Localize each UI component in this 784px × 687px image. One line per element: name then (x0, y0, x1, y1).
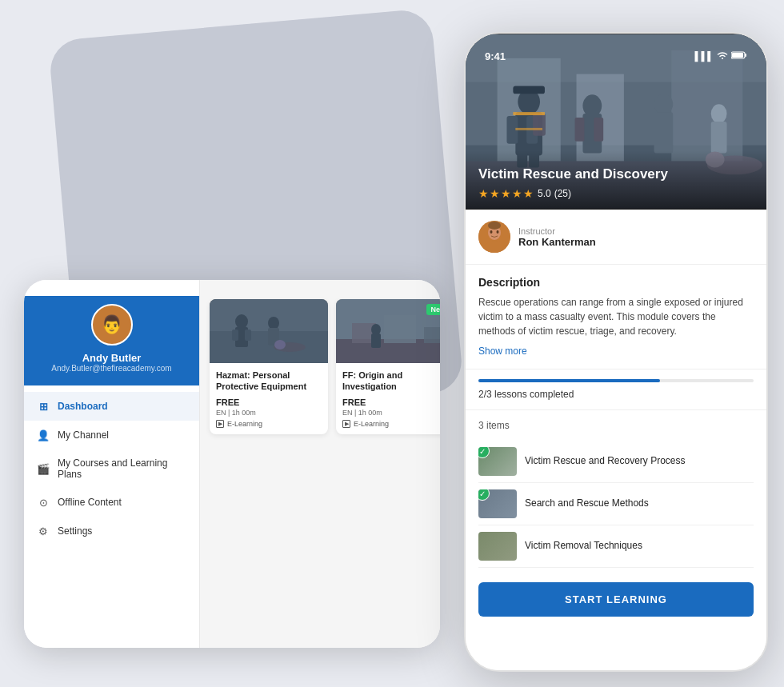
svg-rect-42 (513, 112, 545, 115)
card-type-label-ff: E-Learning (354, 420, 389, 428)
sidebar-item-settings[interactable]: ⚙ Settings (24, 517, 199, 545)
svg-rect-13 (384, 315, 416, 343)
description-heading: Description (478, 276, 754, 289)
wifi-icon (717, 50, 728, 62)
lesson-thumb-3 (478, 532, 517, 561)
svg-point-6 (268, 317, 279, 330)
card-price-ff: FREE (342, 397, 440, 407)
settings-icon: ⚙ (37, 525, 50, 537)
lesson-thumb-1: ✓ (478, 447, 517, 476)
dashboard-icon: ⊞ (37, 400, 50, 413)
new-badge: New (426, 304, 440, 315)
phone-time: 9:41 (485, 50, 506, 62)
svg-rect-45 (745, 54, 746, 57)
status-icons: ▌▌▌ (695, 50, 747, 62)
svg-point-50 (490, 230, 493, 234)
elearning-icon-2: ▶ (342, 420, 350, 428)
lesson-item-1[interactable]: ✓ Victim Rescue and Recovery Process (478, 441, 754, 483)
lesson-thumb-2: ✓ (478, 489, 517, 518)
offline-label: Offline Content (58, 497, 122, 508)
user-avatar: 👨 (91, 304, 133, 345)
svg-point-51 (497, 230, 499, 234)
progress-bar-fill (478, 379, 660, 382)
lesson-title-2: Search and Rescue Methods (525, 497, 754, 510)
card-image-ff: New (336, 299, 440, 363)
instructor-label: Instructor (518, 226, 596, 236)
user-email: Andy.Butler@thefireacademy.com (51, 364, 171, 373)
settings-label: Settings (58, 525, 92, 537)
svg-rect-35 (594, 118, 603, 142)
lesson-title-1: Victim Rescue and Recovery Process (525, 455, 754, 468)
svg-rect-39 (711, 122, 727, 154)
card-image-hazmat (210, 299, 328, 363)
hazmat-scene-svg (210, 299, 328, 363)
instructor-avatar (478, 221, 510, 253)
courses-icon: 🎬 (37, 462, 50, 475)
sidebar-item-dashboard[interactable]: ⊞ Dashboard (24, 392, 199, 421)
svg-point-52 (488, 222, 501, 230)
star-icons: ★★★★★ (478, 187, 534, 200)
rating-count: (25) (554, 188, 571, 199)
progress-section: 2/3 lessons completed (466, 369, 766, 410)
sidebar-user-section: 👨 Andy Butler Andy.Butler@thefireacademy… (24, 296, 199, 385)
signal-icon: ▌▌▌ (695, 51, 714, 61)
svg-point-15 (371, 324, 381, 335)
svg-point-2 (235, 314, 248, 329)
my-channel-label: My Channel (58, 429, 109, 441)
svg-rect-25 (513, 86, 545, 94)
lesson-item-3[interactable]: Victim Removal Techniques (478, 525, 754, 568)
sidebar: 👨 Andy Butler Andy.Butler@thefireacademy… (24, 280, 200, 648)
card-type-label-hazmat: E-Learning (227, 420, 262, 428)
my-channel-icon: 👤 (37, 429, 50, 441)
svg-point-9 (274, 340, 286, 349)
show-more-link[interactable]: Show more (478, 345, 527, 357)
phone-device: 9:41 ▌▌▌ Victim Rescue and Discovery ★★★… (464, 32, 768, 672)
sidebar-item-my-channel[interactable]: 👤 My Channel (24, 421, 199, 449)
description-section: Description Rescue operations can range … (466, 265, 766, 369)
course-cards-list: Hazmat: Personal Protective Equipment FR… (210, 299, 430, 434)
lessons-count: 3 items (478, 420, 754, 431)
lesson-check-1: ✓ (478, 447, 490, 458)
svg-point-32 (582, 94, 602, 117)
sidebar-item-courses[interactable]: 🎬 My Courses and Learning Plans (24, 449, 199, 488)
rating-value: 5.0 (538, 188, 551, 199)
card-meta-hazmat: EN | 1h 00m (216, 409, 322, 417)
hero-overlay: Victim Rescue and Discovery ★★★★★ 5.0 (2… (466, 150, 766, 210)
phone-hero: 9:41 ▌▌▌ Victim Rescue and Discovery ★★★… (466, 34, 766, 210)
svg-rect-31 (533, 114, 546, 136)
svg-rect-37 (654, 112, 673, 153)
svg-rect-5 (245, 330, 251, 341)
lesson-item-2[interactable]: ✓ Search and Rescue Methods (478, 483, 754, 525)
sidebar-item-offline[interactable]: ⊙ Offline Content (24, 488, 199, 517)
instructor-name: Ron Kanterman (518, 236, 596, 248)
sidebar-nav: ⊞ Dashboard 👤 My Channel 🎬 My Courses an… (24, 385, 199, 648)
course-card-hazmat[interactable]: Hazmat: Personal Protective Equipment FR… (210, 299, 328, 434)
svg-point-38 (711, 104, 727, 123)
svg-rect-46 (732, 53, 743, 58)
progress-bar-background (478, 379, 754, 382)
svg-rect-34 (575, 118, 585, 142)
card-title-ff: FF: Origin and Investigation (342, 369, 440, 393)
course-card-ff[interactable]: New FF: Origin and Investigation FREE EN… (336, 299, 440, 434)
tablet-main-content: Hazmat: Personal Protective Equipment FR… (200, 280, 440, 648)
dashboard-label: Dashboard (58, 401, 108, 412)
card-title-hazmat: Hazmat: Personal Protective Equipment (216, 369, 322, 393)
svg-rect-43 (515, 128, 542, 130)
elearning-icon: ▶ (216, 420, 224, 428)
progress-text: 2/3 lessons completed (478, 389, 754, 400)
card-price-hazmat: FREE (216, 397, 322, 407)
card-meta-ff: EN | 1h 00m (342, 409, 440, 417)
lesson-check-2: ✓ (478, 489, 490, 501)
start-learning-button[interactable]: START LEARNING (478, 582, 754, 617)
phone-status-bar: 9:41 ▌▌▌ (466, 34, 766, 69)
phone-content[interactable]: Instructor Ron Kanterman Description Res… (466, 210, 766, 670)
svg-rect-4 (232, 330, 238, 341)
hero-title: Victim Rescue and Discovery (478, 166, 754, 182)
courses-label: My Courses and Learning Plans (58, 457, 186, 480)
lesson-title-3: Victim Removal Techniques (525, 540, 754, 553)
username: Andy Butler (82, 352, 142, 364)
lessons-section: 3 items ✓ Victim Rescue and Recovery Pro… (466, 410, 766, 574)
description-text: Rescue operations can range from a singl… (478, 295, 754, 338)
tablet-device: 👨 Andy Butler Andy.Butler@thefireacademy… (24, 280, 440, 648)
ff-scene-svg (336, 299, 440, 363)
